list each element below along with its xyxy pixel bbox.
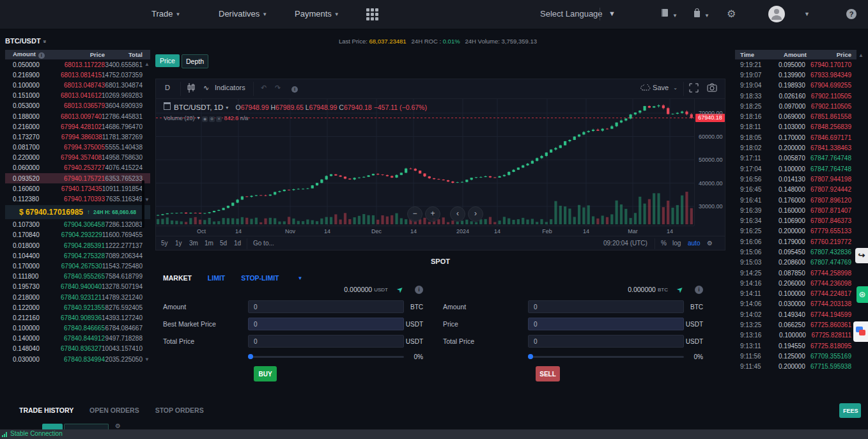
scroll-up-icon[interactable]: ▲	[858, 52, 864, 58]
trade-row[interactable]: 9:14:160.20600067744.236098	[735, 278, 856, 288]
ask-row[interactable]: 0.21690068013.08141514752.037359	[5, 70, 150, 80]
trade-row[interactable]: 9:13:160.10000067725.828111	[735, 330, 856, 341]
ask-row[interactable]: 0.17327067994.38603811781.387269	[5, 132, 150, 142]
pair-selector[interactable]: BTC/USDT»	[5, 37, 46, 45]
ask-row[interactable]: 0.05000068013.1172283400.655861	[5, 59, 150, 70]
scale-auto[interactable]: auto	[688, 240, 700, 247]
trade-row[interactable]: 9:16:340.10690067807.846373	[735, 215, 856, 226]
info-icon[interactable]: i	[38, 52, 45, 59]
scale-log[interactable]: log	[672, 240, 681, 247]
range-1m[interactable]: 1m	[205, 240, 213, 247]
bid-row[interactable]: 0.01800067904.2853911222.277137	[5, 240, 150, 250]
trade-row[interactable]: 9:14:020.14934067744.194599	[735, 309, 856, 320]
trade-row[interactable]: 9:18:020.20000067841.338463	[735, 142, 856, 153]
indicators-button[interactable]: Indicators	[215, 84, 245, 91]
avatar[interactable]	[768, 6, 785, 22]
trade-row[interactable]: 9:17:110.00587067847.764748	[735, 153, 856, 164]
candle-style-icon[interactable]	[187, 83, 196, 94]
zoom-in-button[interactable]: +	[425, 206, 440, 222]
trade-row[interactable]: 9:11:450.20000067715.595938	[735, 362, 856, 372]
buy-button[interactable]: BUY	[254, 366, 277, 381]
bid-row[interactable]: 0.10440067904.2753287089.206344	[5, 250, 150, 261]
range-1y[interactable]: 1y	[175, 240, 182, 247]
trade-row[interactable]: 9:14:110.10000067744.224817	[735, 289, 856, 299]
bid-row[interactable]: 0.17084067904.29322911600.769455	[5, 230, 150, 240]
scroll-down-icon[interactable]: ▼	[144, 197, 150, 203]
tab-market[interactable]: MARKET	[163, 274, 192, 282]
slider-handle[interactable]	[248, 354, 253, 359]
trade-row[interactable]: 9:18:330.02616067902.110505	[735, 91, 856, 101]
gear-icon[interactable]: ⚙	[115, 422, 121, 429]
trade-row[interactable]: 9:15:060.09545067807.432836	[735, 247, 856, 257]
sell-price-input[interactable]	[528, 318, 684, 330]
profile-caret-icon[interactable]: ▼	[804, 11, 810, 17]
trade-row[interactable]: 9:14:060.03000067744.203138	[735, 299, 856, 309]
assistant-icon[interactable]: ⊛	[856, 286, 868, 303]
ask-row[interactable]: 0.09352067940.1757216353.765233	[5, 173, 150, 183]
nav-derivatives[interactable]: Derivatives▼	[219, 9, 267, 19]
trade-row[interactable]: 9:18:250.09700067902.110505	[735, 101, 856, 111]
interval-button[interactable]: D	[165, 84, 170, 91]
axis-settings-icon[interactable]: ⚙	[707, 240, 713, 247]
goto-button[interactable]: Go to...	[253, 240, 274, 247]
tab-price[interactable]: Price	[155, 54, 180, 67]
nav-trade[interactable]: Trade▼	[151, 9, 180, 19]
trade-row[interactable]: 9:16:250.20000067779.655133	[735, 226, 856, 236]
camera-icon[interactable]	[707, 83, 717, 93]
scroll-up-icon[interactable]: ▲	[144, 61, 150, 67]
chart-legend[interactable]: BTC/USDT, 1D▾ O67948.99 H67989.65 L67948…	[164, 102, 427, 111]
help-icon[interactable]: ?	[846, 9, 856, 19]
range-3m[interactable]: 3m	[189, 240, 198, 247]
bid-row[interactable]: 0.17000067904.26753011543.725480	[5, 261, 150, 271]
trade-row[interactable]: 9:19:070.13990067933.984349	[735, 70, 856, 80]
language-dropdown-icon[interactable]: ▼	[608, 10, 616, 17]
ask-row[interactable]: 0.10000068013.0487436801.304874	[5, 80, 150, 90]
trade-row[interactable]: 9:13:110.19455067725.818095	[735, 341, 856, 351]
trade-row[interactable]: 9:11:560.12500067709.355169	[735, 351, 856, 361]
trade-row[interactable]: 9:13:250.06625067725.860361	[735, 320, 856, 330]
volume-legend[interactable]: Volume (20)▾ ◉⚙✕ 842.6 n/a	[164, 115, 248, 122]
buy-amount-input[interactable]	[248, 300, 404, 313]
order-type-caret-icon[interactable]: ▼	[297, 275, 302, 281]
trade-row[interactable]: 9:19:210.09500067940.170170	[735, 59, 856, 70]
ask-row[interactable]: 0.06000067940.2537274076.415224	[5, 163, 150, 173]
range-5y[interactable]: 5y	[161, 240, 168, 247]
trade-row[interactable]: 9:16:450.14800067807.924442	[735, 185, 856, 195]
bid-row[interactable]: 0.21800067840.92312114789.321240	[5, 292, 150, 302]
bid-row[interactable]: 0.12200067840.9213558276.592405	[5, 302, 150, 312]
gear-icon[interactable]: ⚙	[727, 8, 736, 20]
zoom-out-button[interactable]: −	[407, 206, 422, 222]
sell-total-price-input[interactable]	[528, 335, 684, 348]
buy-best-market-price-input[interactable]	[248, 318, 404, 330]
apps-grid-icon[interactable]	[366, 8, 378, 20]
ask-row[interactable]: 0.11238067940.1703937635.116349	[5, 194, 150, 204]
tab-stop-limit[interactable]: STOP-LIMIT	[241, 274, 279, 282]
save-button[interactable]: Save ⌄	[640, 84, 678, 91]
share-icon[interactable]: ↪	[855, 248, 868, 263]
ask-row[interactable]: 0.18800068013.00974012786.445831	[5, 111, 150, 121]
trade-row[interactable]: 9:16:560.01413067807.944198	[735, 174, 856, 184]
range-5d[interactable]: 5d	[220, 240, 227, 247]
ask-row[interactable]: 0.21600067994.42810214686.796470	[5, 121, 150, 132]
slider-track[interactable]	[528, 356, 684, 358]
trade-row[interactable]: 9:18:110.10300067848.256839	[735, 122, 856, 132]
trade-row[interactable]: 9:14:250.08785067744.258998	[735, 268, 856, 278]
chat-icon[interactable]	[853, 321, 868, 342]
bid-row[interactable]: 0.11180067840.9552657584.618799	[5, 272, 150, 282]
pan-right-button[interactable]: ›	[468, 206, 483, 222]
trade-row[interactable]: 9:16:410.17600067807.896120	[735, 195, 856, 205]
tab-depth[interactable]: Depth	[182, 54, 208, 68]
pan-left-button[interactable]: ‹	[450, 206, 465, 222]
tab-open-orders[interactable]: OPEN ORDERS	[89, 406, 139, 414]
scale-percent[interactable]: %	[661, 240, 667, 247]
fees-button[interactable]: FEES	[839, 403, 861, 418]
bid-row[interactable]: 0.10730067904.3064587286.132083	[5, 220, 150, 230]
bid-row[interactable]: 0.19573067840.94004013278.507194	[5, 282, 150, 292]
scroll-down-icon[interactable]: ▼	[144, 357, 150, 362]
trade-row[interactable]: 9:16:060.17900067760.219772	[735, 236, 856, 247]
sell-button[interactable]: SELL	[536, 366, 560, 381]
slider-handle[interactable]	[528, 354, 533, 359]
order-book-scrollbar[interactable]	[142, 180, 144, 228]
info-icon[interactable]: i	[415, 286, 423, 294]
trade-row[interactable]: 9:18:160.06900067851.861558	[735, 111, 856, 121]
